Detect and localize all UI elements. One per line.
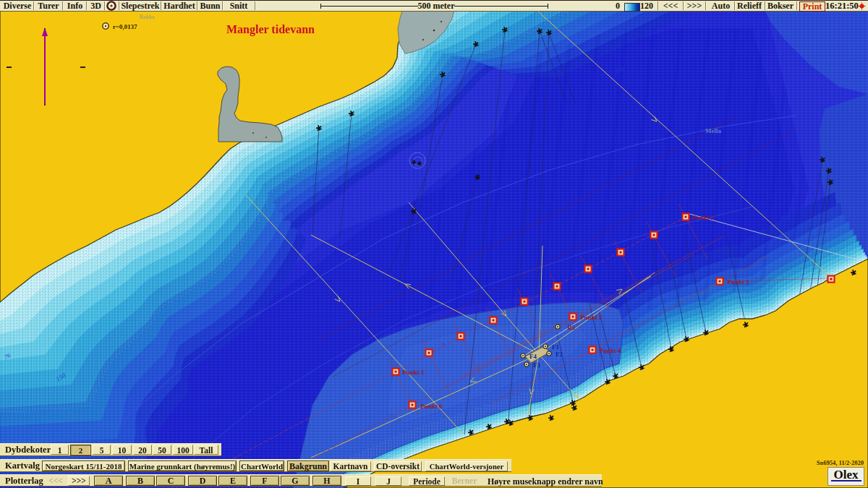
svg-text:Punkt 1: Punkt 1 xyxy=(402,369,425,376)
svg-text:Punkt 5: Punkt 5 xyxy=(580,314,603,321)
svg-text:Rokka: Rokka xyxy=(140,14,155,20)
svg-text:Punkt 3: Punkt 3 xyxy=(727,278,749,286)
svg-text:Punkt 4: Punkt 4 xyxy=(599,347,621,354)
svg-text:Mella: Mella xyxy=(705,127,721,134)
svg-text:F4: F4 xyxy=(529,353,537,360)
svg-text:F1: F1 xyxy=(552,343,559,351)
svg-text:r=0,0137: r=0,0137 xyxy=(113,23,137,30)
svg-text:R2: R2 xyxy=(567,324,575,331)
svg-text:Punkt 2: Punkt 2 xyxy=(692,214,715,221)
svg-text:Mangler tidevann: Mangler tidevann xyxy=(226,23,315,36)
svg-text:F2: F2 xyxy=(556,351,563,358)
svg-text:Sn6954, 11/2-2020: Sn6954, 11/2-2020 xyxy=(817,459,864,466)
svg-text:Punkt 6: Punkt 6 xyxy=(420,403,443,410)
svg-text:F3: F3 xyxy=(533,361,540,369)
